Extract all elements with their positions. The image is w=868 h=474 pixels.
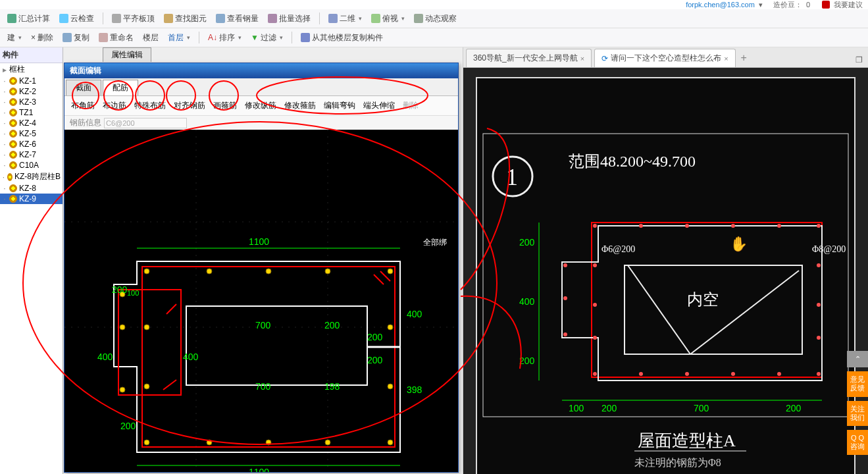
tool-delete[interactable]: 删除 <box>400 99 421 113</box>
svg-text:1100: 1100 <box>249 236 269 247</box>
copy-icon <box>63 33 72 42</box>
side-tag-feedback[interactable]: 意见 反馈 <box>847 371 868 396</box>
btn-rename[interactable]: 重命名 <box>95 31 137 45</box>
tree-item[interactable]: ·KZ-8 <box>0 183 63 194</box>
tab-section[interactable]: 截面 <box>66 80 101 95</box>
tree-item[interactable]: ·KZ-5 <box>0 128 63 139</box>
btn-overlook[interactable]: 俯视▾ <box>368 12 408 26</box>
svg-text:400: 400 <box>407 309 422 319</box>
tool-align[interactable]: 对齐钢筋 <box>171 99 208 113</box>
close-icon[interactable]: × <box>580 55 584 63</box>
svg-text:398: 398 <box>407 384 422 395</box>
twod-icon <box>328 14 338 23</box>
tree-item[interactable]: ·KZ-8跨层柱B <box>0 171 63 183</box>
tab-prop-edit[interactable]: 属性编辑 <box>103 47 151 62</box>
svg-text:未注明的钢筋为Φ8: 未注明的钢筋为Φ8 <box>634 457 721 468</box>
tool-stirrup[interactable]: 画箍筋 <box>211 99 240 113</box>
tree-item[interactable]: ·KZ-4 <box>0 118 63 128</box>
btn-copy[interactable]: 复制 <box>59 31 93 45</box>
tree-item[interactable]: ·TZ1 <box>0 107 63 118</box>
browser-pane: 360导航_新一代安全上网导航× ⟳请问一下这个空心造型柱怎么布× + ❐ 1 … <box>463 47 868 474</box>
btn-cloud[interactable]: 云检查 <box>56 12 97 26</box>
btn-steel[interactable]: 查看钢量 <box>213 12 262 26</box>
suggest-link[interactable]: 我要建议 <box>834 0 863 10</box>
btn-floor[interactable]: 楼层 <box>140 31 162 45</box>
btn-batch[interactable]: 批量选择 <box>265 12 314 26</box>
svg-text:范围48.200~49.700: 范围48.200~49.700 <box>569 153 696 170</box>
tree-item[interactable]: ·KZ-3 <box>0 97 63 107</box>
tool-edge[interactable]: 布边筋 <box>100 99 129 113</box>
copyfloor-icon <box>301 33 310 42</box>
svg-point-70 <box>120 325 125 330</box>
browser-tab-2[interactable]: ⟳请问一下这个空心造型柱怎么布× <box>594 49 735 67</box>
section-canvas[interactable]: 1100 1100 200 100 400 200 400 398 700 70… <box>64 130 458 472</box>
svg-point-13 <box>817 224 821 228</box>
svg-text:全部绑: 全部绑 <box>423 238 447 247</box>
close-icon[interactable]: × <box>724 55 728 63</box>
svg-text:100: 100 <box>127 289 139 297</box>
column-icon <box>9 77 17 85</box>
side-tag-follow[interactable]: 关注 我们 <box>847 401 868 426</box>
svg-point-22 <box>593 336 597 340</box>
svg-point-58 <box>325 269 330 274</box>
svg-point-25 <box>817 336 821 340</box>
svg-text:200: 200 <box>519 356 535 366</box>
floor-select[interactable]: 首层▾ <box>165 31 193 45</box>
svg-text:200: 200 <box>601 403 617 413</box>
dropdown-arrow[interactable]: ▾ <box>759 1 763 9</box>
tree-item[interactable]: ·KZ-9 <box>0 194 63 204</box>
side-tag-top[interactable]: ⌃ <box>847 351 868 367</box>
btn-dyn[interactable]: 动态观察 <box>411 12 460 26</box>
browser-viewport: 1 范围48.200~49.700 内空 ✋ 200 400 <box>463 68 868 474</box>
tool-modify-long[interactable]: 修改纵筋 <box>242 99 279 113</box>
user-email[interactable]: forpk.chen@163.com <box>686 1 755 9</box>
section-editor-window: 截面编辑 截面 配筋 布角筋 布边筋 特殊布筋 对齐钢筋 画箍筋 修改纵筋 修改… <box>64 63 459 473</box>
btn-find[interactable]: 查找图元 <box>161 12 210 26</box>
svg-point-57 <box>266 269 271 274</box>
toolbar-secondary: 建▾ × 删除 复制 重命名 楼层 首层▾ A↓ 排序▾ ▼ 过滤▾ 从其他楼层… <box>0 28 868 47</box>
svg-text:1: 1 <box>506 164 518 190</box>
tree-root[interactable]: ▸框柱 <box>0 63 63 76</box>
tree-item[interactable]: ·KZ-1 <box>0 76 63 86</box>
tab-rebar[interactable]: 配筋 <box>103 80 138 95</box>
window-title[interactable]: 截面编辑 <box>64 63 458 78</box>
browser-tab-1[interactable]: 360导航_新一代安全上网导航× <box>466 49 592 67</box>
component-tree: 构件 ▸框柱 ·KZ-1·KZ-2·KZ-3·TZ1·KZ-4·KZ-5·KZ-… <box>0 47 63 474</box>
btn-create[interactable]: 建▾ <box>4 31 25 45</box>
tool-edit-hook[interactable]: 编辑弯钩 <box>321 99 358 113</box>
rebar-info-input[interactable] <box>104 118 187 128</box>
tree-item[interactable]: ·KZ-6 <box>0 139 63 149</box>
steel-icon <box>216 14 225 23</box>
tool-modify-stirrup[interactable]: 修改箍筋 <box>282 99 319 113</box>
svg-point-27 <box>563 296 567 300</box>
tree-item[interactable]: ·KZ-2 <box>0 86 63 97</box>
btn-calc[interactable]: 汇总计算 <box>4 12 53 26</box>
btn-2d[interactable]: 二维▾ <box>325 12 365 26</box>
tool-corner[interactable]: 布角筋 <box>68 99 97 113</box>
btn-copy-floor[interactable]: 从其他楼层复制构件 <box>297 31 386 45</box>
column-icon <box>9 109 17 117</box>
svg-point-64 <box>388 440 393 445</box>
column-icon <box>9 88 17 95</box>
tree-header: 构件 <box>0 47 63 63</box>
new-tab-button[interactable]: + <box>736 49 752 67</box>
svg-text:200: 200 <box>112 284 128 295</box>
column-icon <box>9 161 17 169</box>
svg-point-10 <box>685 224 689 228</box>
svg-point-61 <box>207 440 212 445</box>
svg-point-19 <box>817 372 821 376</box>
search-icon <box>164 14 173 23</box>
tree-item[interactable]: ·C10A <box>0 160 63 171</box>
btn-flat[interactable]: 平齐板顶 <box>109 12 158 26</box>
svg-point-12 <box>777 224 781 228</box>
restore-icon[interactable]: ❐ <box>850 53 868 67</box>
svg-point-62 <box>266 440 271 445</box>
svg-text:Φ6@200: Φ6@200 <box>601 244 635 254</box>
tool-end-extend[interactable]: 端头伸缩 <box>361 99 397 113</box>
btn-delete[interactable]: × 删除 <box>28 31 57 45</box>
tree-item[interactable]: ·KZ-7 <box>0 149 63 160</box>
tool-special[interactable]: 特殊布筋 <box>132 99 168 113</box>
btn-sort[interactable]: A↓ 排序▾ <box>205 31 245 45</box>
btn-filter[interactable]: ▼ 过滤▾ <box>247 31 286 45</box>
side-tag-qq[interactable]: Q Q 咨询 <box>847 430 868 455</box>
